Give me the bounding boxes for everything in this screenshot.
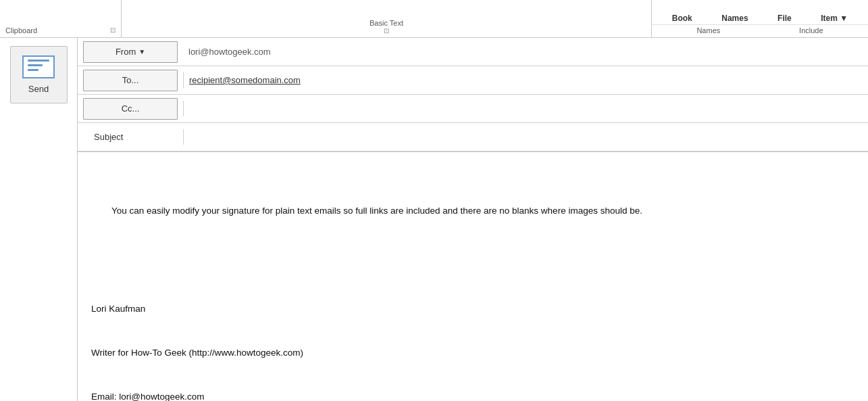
subject-label: Subject: [83, 132, 178, 142]
from-value: lori@howtogeek.com: [183, 44, 868, 60]
to-button-label: To...: [122, 75, 139, 85]
names-top-label: Names: [721, 14, 748, 23]
item-label: Item ▼: [821, 14, 848, 23]
subject-input[interactable]: [183, 129, 868, 145]
book-label: Book: [672, 14, 692, 23]
ribbon: Clipboard ⊡ Basic Text ⊡ Book Names File…: [0, 0, 868, 38]
clipboard-label: Clipboard: [5, 26, 37, 34]
basic-text-expand-icon[interactable]: ⊡: [384, 27, 389, 34]
email-body: You can easily modify your signature for…: [78, 151, 868, 401]
send-line-3: [28, 69, 39, 71]
subject-row: Subject: [78, 123, 868, 151]
send-label: Send: [28, 84, 49, 94]
to-input[interactable]: [183, 72, 868, 88]
body-signature: Lori Kaufman Writer for How-To Geek (htt…: [91, 273, 854, 401]
ribbon-clipboard-section: Clipboard ⊡: [0, 0, 122, 37]
cc-button[interactable]: Cc...: [83, 98, 178, 120]
ribbon-right-bottom: Names Include: [652, 26, 868, 34]
send-panel: Send: [0, 38, 78, 401]
cc-input[interactable]: [183, 101, 868, 116]
send-line-1: [28, 60, 49, 62]
from-button[interactable]: From ▼: [83, 41, 178, 63]
ribbon-basic-text-section: Basic Text ⊡: [122, 0, 652, 37]
from-row: From ▼ lori@howtogeek.com: [78, 38, 868, 66]
send-button[interactable]: Send: [10, 46, 68, 103]
include-label: Include: [799, 26, 823, 34]
from-button-label: From: [116, 47, 136, 57]
send-line-2: [28, 64, 43, 66]
to-row: To...: [78, 66, 868, 95]
cc-button-label: Cc...: [122, 103, 140, 114]
file-label: File: [777, 14, 792, 23]
body-text-1: You can easily modify your signature for…: [111, 206, 642, 216]
signature-line-1: Lori Kaufman: [91, 302, 854, 316]
send-icon-lines: [24, 57, 53, 74]
to-button[interactable]: To...: [83, 70, 178, 91]
signature-line-2: Writer for How-To Geek (http://www.howto…: [91, 346, 854, 360]
from-arrow-icon: ▼: [138, 48, 145, 55]
ribbon-right-top: Book Names File Item ▼: [652, 14, 868, 25]
email-form: From ▼ lori@howtogeek.com To... Cc... Su…: [78, 38, 868, 401]
send-icon: [22, 55, 55, 78]
cc-row: Cc...: [78, 95, 868, 123]
signature-line-3: Email: lori@howtogeek.com: [91, 390, 854, 402]
basic-text-label: Basic Text: [369, 19, 403, 27]
names-bottom-label: Names: [696, 26, 720, 34]
item-arrow-icon: ▼: [840, 14, 848, 23]
body-paragraph-1: You can easily modify your signature for…: [91, 191, 854, 232]
clipboard-row: Clipboard ⊡: [0, 25, 121, 34]
clipboard-expand-icon[interactable]: ⊡: [110, 26, 116, 34]
email-compose: Send From ▼ lori@howtogeek.com To... Cc.…: [0, 38, 868, 401]
ribbon-right-section: Book Names File Item ▼ Names Include: [652, 0, 868, 37]
